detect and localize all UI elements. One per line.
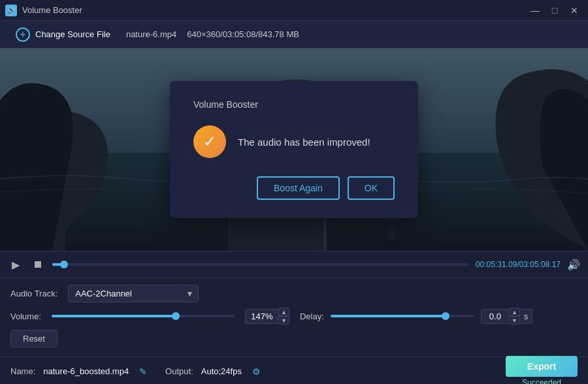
- volume-down-button[interactable]: ▼: [279, 316, 289, 325]
- total-time: 03:05:08.17: [519, 260, 561, 269]
- ok-button[interactable]: OK: [348, 176, 395, 200]
- name-label: Name:: [10, 366, 35, 376]
- volume-icon[interactable]: 🔊: [567, 259, 580, 271]
- volume-slider-fill: [52, 315, 176, 317]
- export-button[interactable]: Export: [506, 356, 578, 377]
- edit-icon[interactable]: ✎: [139, 366, 147, 377]
- delay-section: Delay: ▲ ▼ s: [300, 308, 532, 325]
- change-source-button[interactable]: + Change Source File: [10, 25, 116, 44]
- progress-thumb: [60, 261, 68, 268]
- close-button[interactable]: ✕: [566, 4, 583, 17]
- app-icon: 🔊: [5, 5, 17, 16]
- checkmark-icon: ✓: [203, 133, 216, 151]
- dialog-overlay: Volume Booster ✓ The audio has been impr…: [0, 48, 588, 251]
- dialog-body: ✓ The audio has been improved!: [193, 125, 395, 158]
- dialog-buttons: Boost Again OK: [193, 176, 395, 200]
- controls-area: Audio Track: AAC-2Channel ▼ Volume: ▲ ▼ …: [0, 278, 588, 357]
- title-bar-left: 🔊 Volume Booster: [5, 5, 82, 16]
- window-controls: — □ ✕: [527, 4, 583, 17]
- audio-track-label: Audio Track:: [10, 289, 57, 298]
- dialog-box: Volume Booster ✓ The audio has been impr…: [170, 81, 418, 218]
- current-time: 00:05:31.09: [476, 260, 517, 269]
- delay-up-button[interactable]: ▲: [510, 308, 520, 316]
- boost-again-button[interactable]: Boost Again: [257, 176, 340, 200]
- change-source-label: Change Source File: [35, 29, 110, 39]
- reset-row: Reset: [10, 330, 578, 347]
- app-title: Volume Booster: [22, 5, 82, 15]
- volume-pct-input[interactable]: [245, 309, 279, 324]
- audio-track-select-wrap: AAC-2Channel ▼: [68, 285, 199, 302]
- delay-slider-thumb: [442, 312, 449, 320]
- plus-icon: +: [16, 27, 30, 42]
- delay-value-wrap: ▲ ▼ s: [481, 308, 533, 325]
- volume-label: Volume:: [10, 312, 41, 321]
- volume-delay-row: Volume: ▲ ▼ Delay: ▲ ▼ s: [10, 308, 578, 325]
- play-button[interactable]: ▶: [8, 257, 24, 272]
- video-area: Volume Booster ✓ The audio has been impr…: [0, 48, 588, 251]
- stop-button[interactable]: ⏹: [30, 257, 46, 272]
- name-value: nature-6_boosted.mp4: [43, 366, 129, 376]
- delay-unit-label: s: [520, 309, 533, 324]
- success-icon: ✓: [193, 125, 226, 158]
- playback-bar: ▶ ⏹ 00:05:31.09/03:05:08.17 🔊: [0, 251, 588, 278]
- filename: nature-6.mp4: [126, 29, 176, 39]
- reset-button[interactable]: Reset: [10, 330, 57, 347]
- file-info: 640×360/03:05:08/843.78 MB: [187, 29, 299, 39]
- delay-arrows: ▲ ▼: [510, 308, 520, 325]
- delay-label: Delay:: [300, 312, 324, 321]
- audio-track-select[interactable]: AAC-2Channel: [68, 285, 199, 302]
- output-label: Output:: [165, 366, 193, 376]
- time-display: 00:05:31.09/03:05:08.17: [476, 260, 561, 269]
- delay-down-button[interactable]: ▼: [510, 316, 520, 325]
- dialog-title: Volume Booster: [193, 99, 395, 110]
- volume-arrows: ▲ ▼: [279, 308, 289, 325]
- delay-input[interactable]: [481, 309, 510, 324]
- volume-pct-wrap: ▲ ▼: [245, 308, 289, 325]
- output-value: Auto;24fps: [201, 366, 242, 376]
- volume-slider-thumb: [172, 312, 180, 320]
- bottom-bar: Name: nature-6_boosted.mp4 ✎ Output: Aut…: [0, 357, 588, 384]
- dialog-message: The audio has been improved!: [238, 136, 370, 148]
- delay-slider-fill: [331, 315, 446, 317]
- succeeded-label: Succeeded: [522, 378, 561, 385]
- volume-up-button[interactable]: ▲: [279, 308, 289, 316]
- export-section: Export Succeeded: [506, 356, 578, 385]
- settings-icon[interactable]: ⚙: [252, 366, 261, 377]
- delay-slider-track[interactable]: [331, 315, 474, 317]
- minimize-button[interactable]: —: [527, 4, 544, 17]
- audio-track-row: Audio Track: AAC-2Channel ▼: [10, 285, 578, 302]
- volume-slider-track[interactable]: [52, 315, 235, 317]
- maximize-button[interactable]: □: [546, 4, 563, 17]
- progress-track[interactable]: [52, 263, 469, 266]
- top-bar: + Change Source File nature-6.mp4 640×36…: [0, 21, 588, 48]
- title-bar: 🔊 Volume Booster — □ ✕: [0, 0, 588, 21]
